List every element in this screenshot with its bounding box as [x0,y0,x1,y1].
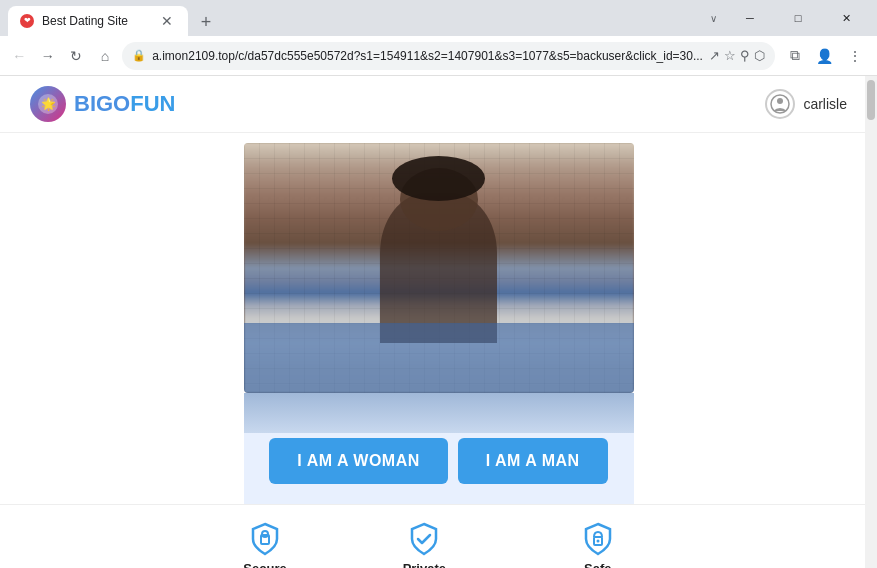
page-inner: 🌟 BIGOFUN carlisle [0,76,877,568]
reload-button[interactable]: ↻ [65,42,88,70]
new-tab-button[interactable]: + [192,8,220,36]
private-title: Private [403,561,446,568]
address-bar[interactable]: 🔒 a.imon2109.top/c/da57dc555e50572d?s1=1… [122,42,775,70]
logo-prefix: BIGO [74,91,130,116]
i-am-woman-button[interactable]: I AM A WOMAN [269,438,447,484]
site-header: 🌟 BIGOFUN carlisle [0,76,877,133]
image-bottom-blue [244,323,634,393]
badge-safe: Safe 100% Safe, Private and Secure [521,521,674,568]
logo-area: 🌟 BIGOFUN [30,86,175,122]
user-area: carlisle [765,89,847,119]
window-chevron-area: ∨ [708,9,719,28]
logo-suffix: FUN [130,91,175,116]
username-text: carlisle [803,96,847,112]
url-text: a.imon2109.top/c/da57dc555e50572d?s1=154… [152,49,703,63]
i-am-man-button[interactable]: I AM A MAN [458,438,608,484]
title-bar: ❤ Best Dating Site ✕ + ∨ ─ □ ✕ [0,0,877,36]
action-buttons: I AM A WOMAN I AM A MAN [249,428,627,494]
profile-button[interactable]: 👤 [811,42,839,70]
trust-badges: Secure We use 256 bit Encription Private… [0,504,877,568]
svg-point-7 [596,540,599,543]
search-icon[interactable]: ⚲ [740,48,750,63]
home-button[interactable]: ⌂ [94,42,117,70]
window-controls: ─ □ ✕ [727,2,869,34]
chevron-down[interactable]: ∨ [708,9,719,28]
extensions-button[interactable]: ⧉ [781,42,809,70]
extension-icon[interactable]: ⬡ [754,48,765,63]
share-icon[interactable]: ↗ [709,48,720,63]
bottom-section: I AM A WOMAN I AM A MAN [244,393,634,504]
menu-button[interactable]: ⋮ [841,42,869,70]
logo-text: BIGOFUN [74,91,175,117]
tab-favicon: ❤ [20,14,34,28]
badge-private: Private Your Privacy is Guaranteed [358,521,492,568]
lock-icon: 🔒 [132,49,146,62]
user-circle-icon [765,89,795,119]
secure-title: Secure [243,561,286,568]
svg-point-3 [777,98,783,104]
tab-bar: ❤ Best Dating Site ✕ + [8,0,708,36]
private-shield-icon [406,521,442,557]
gradient-strip [244,393,634,433]
forward-button[interactable]: → [37,42,60,70]
safe-shield-icon [580,521,616,557]
tab-title: Best Dating Site [42,14,128,28]
scrollbar-track[interactable] [865,76,877,568]
nav-right-icons: ⧉ 👤 ⋮ [781,42,869,70]
secure-shield-icon [247,521,283,557]
close-button[interactable]: ✕ [823,2,869,34]
figure-hair [392,156,486,201]
profile-image-area [244,143,634,393]
nav-bar: ← → ↻ ⌂ 🔒 a.imon2109.top/c/da57dc555e505… [0,36,877,76]
pixelated-image [244,143,634,393]
active-tab[interactable]: ❤ Best Dating Site ✕ [8,6,188,36]
minimize-button[interactable]: ─ [727,2,773,34]
bookmark-icon[interactable]: ☆ [724,48,736,63]
logo-icon: 🌟 [30,86,66,122]
badge-secure: Secure We use 256 bit Encription [202,521,327,568]
safe-title: Safe [584,561,611,568]
maximize-button[interactable]: □ [775,2,821,34]
scrollbar-thumb[interactable] [867,80,875,120]
chrome-window: ❤ Best Dating Site ✕ + ∨ ─ □ ✕ ← → ↻ ⌂ 🔒… [0,0,877,568]
address-right-icons: ↗ ☆ ⚲ ⬡ [709,48,765,63]
tab-close-button[interactable]: ✕ [158,12,176,30]
page-content: 🌟 BIGOFUN carlisle [0,76,877,568]
svg-text:🌟: 🌟 [41,96,56,111]
back-button[interactable]: ← [8,42,31,70]
